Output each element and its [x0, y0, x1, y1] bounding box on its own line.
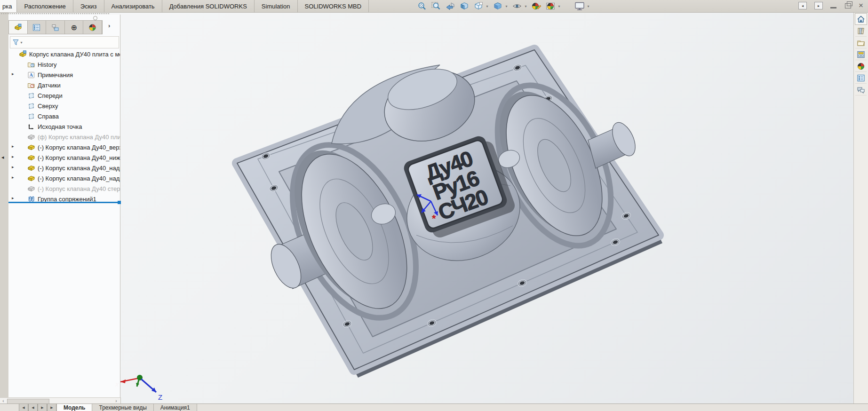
tab-animation1[interactable]: Анимация1 — [154, 404, 197, 411]
tab-dimxpertmanager[interactable]: ⊕ — [65, 21, 84, 34]
tree-item-component-label2[interactable]: ▸ (-) Корпус клапана Ду40_надпись — [8, 173, 120, 183]
filter-funnel-icon — [12, 39, 20, 46]
command-manager-tabs: рка Расположение Эскиз Анализировать Доб… — [0, 0, 369, 12]
section-view-icon[interactable] — [458, 1, 470, 11]
solidworks-forum-icon[interactable] — [855, 84, 867, 95]
tab-simulation[interactable]: Simulation — [255, 0, 298, 12]
tab-layout[interactable]: Расположение — [17, 0, 73, 12]
close-icon[interactable]: × — [859, 2, 863, 9]
panel-horizontal-scrollbar[interactable]: ‹ › — [0, 397, 121, 404]
previous-tab-icon[interactable]: ◀ — [28, 404, 38, 411]
component-icon — [27, 154, 35, 162]
document-tab-bar: ◀ ◀ ▶ ▶ Модель Трехмерные виды Анимация1 — [0, 403, 868, 411]
view-orientation-icon[interactable] — [472, 1, 484, 11]
tree-item-top-plane[interactable]: Сверху — [8, 101, 120, 111]
previous-document-icon[interactable]: ◂ — [798, 2, 807, 9]
view-settings-dropdown[interactable]: ▾ — [586, 4, 590, 8]
tree-filter[interactable]: ▾ — [10, 36, 119, 48]
commandmanager-drag-hint — [1, 13, 109, 14]
minimize-icon[interactable] — [830, 7, 836, 8]
mate-origin-mark: * — [432, 213, 436, 224]
display-style-dropdown[interactable]: ▾ — [504, 4, 509, 8]
tree-selection-rollback-bar[interactable] — [8, 202, 120, 203]
tree-item-front-plane[interactable]: Спереди — [8, 90, 120, 101]
zoom-to-fit-icon[interactable] — [416, 1, 428, 11]
view-orientation-dropdown[interactable]: ▾ — [485, 4, 489, 8]
hide-show-items-dropdown[interactable]: ▾ — [524, 4, 528, 8]
custom-properties-icon[interactable] — [855, 72, 867, 84]
expand-arrow-icon[interactable]: ▸ — [12, 154, 14, 159]
next-tab-icon[interactable]: ▶ — [38, 404, 47, 411]
window-controls: ◂ ▸ × — [798, 2, 863, 9]
component-icon — [27, 164, 35, 172]
panel-expand-chevron[interactable]: › — [108, 22, 110, 29]
component-icon — [27, 174, 35, 182]
tab-navigation: ◀ ◀ ▶ ▶ — [19, 404, 56, 411]
featuremanager-panel: ⊕ › ▾ Корпус клапана ДУ40 плита с модел … — [8, 15, 120, 397]
tab-propertymanager[interactable] — [28, 21, 47, 34]
solidworks-resources-icon[interactable] — [855, 13, 867, 25]
tab-assembly[interactable]: рка — [0, 0, 17, 12]
panel-collapse-icon[interactable]: ◂ — [1, 154, 4, 160]
tree-root-assembly[interactable]: Корпус клапана ДУ40 плита с модел — [8, 49, 120, 59]
appearances-scenes-icon[interactable] — [855, 61, 867, 72]
view-palette-icon[interactable] — [855, 49, 867, 60]
tab-3d-views[interactable]: Трехмерные виды — [92, 404, 153, 411]
sensors-folder-icon — [27, 81, 35, 89]
viewport-triad: x Z — [115, 375, 162, 401]
display-style-icon[interactable] — [492, 1, 503, 11]
tree-item-origin[interactable]: Исходная точка — [8, 121, 120, 132]
apply-scene-icon[interactable] — [544, 1, 556, 11]
tree-item-component-upper[interactable]: ▸ (-) Корпус клапана Ду40_верхняя — [8, 142, 120, 152]
tree-item-component-rod[interactable]: (-) Корпус клапана Ду40 стержен — [8, 183, 120, 194]
plane-icon — [27, 92, 35, 100]
tab-solidworks-addins[interactable]: Добавления SOLIDWORKS — [162, 0, 255, 12]
history-folder-icon — [27, 61, 35, 69]
tree-item-history[interactable]: History — [8, 59, 120, 70]
plane-icon — [27, 102, 35, 110]
view-settings-icon[interactable] — [573, 1, 585, 11]
restore-icon[interactable] — [845, 3, 851, 8]
expand-arrow-icon[interactable]: ▸ — [12, 175, 14, 180]
design-library-icon[interactable] — [855, 25, 867, 37]
tab-configurationmanager[interactable] — [46, 21, 65, 34]
tab-evaluate[interactable]: Анализировать — [104, 0, 162, 12]
component-icon — [27, 143, 35, 151]
expand-arrow-icon[interactable]: ▸ — [12, 165, 14, 169]
expand-arrow-icon[interactable]: ▸ — [12, 196, 14, 200]
tree-item-component-lower[interactable]: ▸ (-) Корпус клапана Ду40_нижняя — [8, 152, 120, 163]
tree-item-component-fixed[interactable]: (ф) Корпус клапана Ду40 плита< — [8, 132, 120, 142]
first-tab-icon[interactable]: ◀ — [19, 404, 28, 411]
tab-displaymanager[interactable] — [83, 21, 102, 34]
feature-tree: Корпус клапана ДУ40 плита с модел Histor… — [8, 49, 120, 204]
zoom-to-area-icon[interactable] — [430, 1, 442, 11]
file-explorer-icon[interactable] — [855, 37, 867, 48]
svg-text:A: A — [29, 72, 33, 78]
manager-tab-strip: ⊕ — [8, 20, 103, 34]
panel-grip-dot[interactable] — [93, 16, 97, 20]
last-tab-icon[interactable]: ▶ — [47, 404, 56, 411]
graphics-viewport[interactable]: Ду40 Ру16 СЧ20 * x Z — [8, 13, 854, 403]
plane-icon — [27, 112, 35, 120]
task-pane — [853, 13, 868, 403]
tab-solidworks-mbd[interactable]: SOLIDWORKS MBD — [298, 0, 369, 12]
component-suppressed-icon — [27, 133, 35, 141]
tree-item-sensors[interactable]: Датчики — [8, 80, 120, 90]
next-document-icon[interactable]: ▸ — [814, 2, 823, 9]
assembly-icon — [19, 50, 27, 58]
component-suppressed-icon — [27, 185, 35, 193]
apply-scene-dropdown[interactable]: ▾ — [557, 4, 561, 8]
hide-show-items-icon[interactable] — [511, 1, 523, 11]
tab-featuremanager[interactable] — [9, 21, 28, 34]
tab-sketch[interactable]: Эскиз — [73, 0, 104, 12]
filter-dropdown[interactable]: ▾ — [19, 40, 24, 45]
expand-arrow-icon[interactable]: ▸ — [12, 71, 14, 76]
tree-item-annotations[interactable]: ▸ A Примечания — [8, 70, 120, 80]
left-edge-strip — [0, 13, 8, 397]
edit-appearance-icon[interactable] — [530, 1, 542, 11]
previous-view-icon[interactable] — [444, 1, 456, 11]
tab-model[interactable]: Модель — [56, 404, 92, 411]
tree-item-component-label1[interactable]: ▸ (-) Корпус клапана Ду40_надпись — [8, 163, 120, 173]
tree-item-right-plane[interactable]: Справа — [8, 111, 120, 121]
expand-arrow-icon[interactable]: ▸ — [12, 144, 14, 149]
